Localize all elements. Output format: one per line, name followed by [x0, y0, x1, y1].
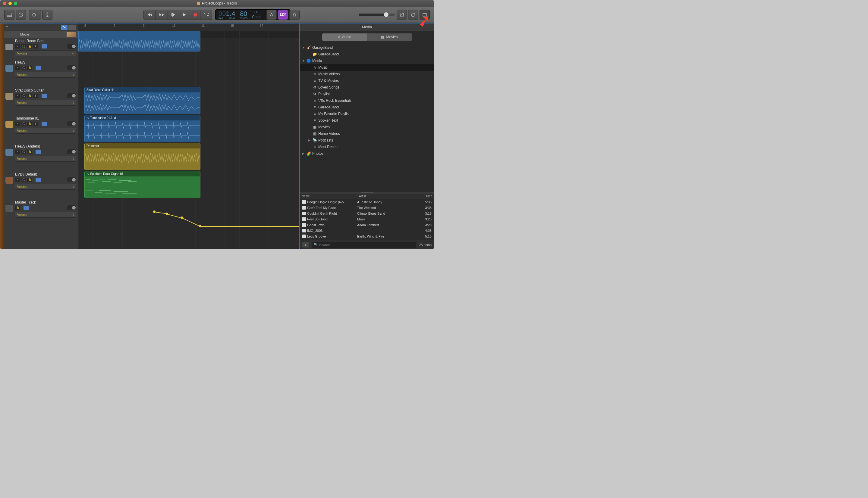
- track-header[interactable]: Heavy (Anders) ✕🎧 🔒 Volume◇: [4, 143, 78, 171]
- automation-parameter-menu[interactable]: Volume◇: [15, 156, 76, 162]
- media-tab-movies[interactable]: ▦Movies: [367, 33, 412, 41]
- track-enable-toggle[interactable]: [67, 149, 76, 154]
- lock-button[interactable]: 🔒: [27, 122, 32, 126]
- track-automation-button[interactable]: [36, 66, 41, 70]
- track-enable-toggle[interactable]: [67, 177, 76, 182]
- region-tambourine[interactable]: ◇Tambourine 01.1⥀: [85, 115, 201, 142]
- lock-button[interactable]: 🔒: [15, 206, 20, 210]
- cycle-button[interactable]: [200, 10, 212, 20]
- media-rows[interactable]: Boogie Oogie Oogie (Re-...A Taste of Hon…: [300, 199, 434, 240]
- track-name[interactable]: Heavy (Anders): [15, 144, 76, 148]
- media-row[interactable]: Ghost TownAdam Lambert3:28: [300, 222, 434, 227]
- media-row[interactable]: Couldn't Get It RightClimax Blues Band3:…: [300, 210, 434, 216]
- track-automation-button[interactable]: [42, 94, 47, 98]
- track-name[interactable]: Bongo Room Beat: [15, 39, 76, 43]
- track-name[interactable]: EVB3 Default: [15, 172, 76, 176]
- media-row[interactable]: Feel So GoodMase3:23: [300, 216, 434, 222]
- solo-button[interactable]: 🎧: [21, 150, 26, 154]
- media-row[interactable]: Boogie Oogie Oogie (Re-...A Taste of Hon…: [300, 199, 434, 205]
- input-monitor-button[interactable]: ⬇: [33, 44, 38, 49]
- automation-parameter-menu[interactable]: Volume◇: [15, 212, 76, 218]
- metronome-button[interactable]: [289, 10, 299, 20]
- automation-parameter-menu[interactable]: Volume◇: [15, 184, 76, 190]
- movie-track-header[interactable]: Movie: [4, 31, 78, 38]
- disclosure-triangle[interactable]: ▼: [302, 46, 305, 49]
- disclosure-triangle[interactable]: ▶: [302, 152, 305, 155]
- solo-button[interactable]: 🎧: [21, 178, 26, 182]
- track-header[interactable]: Bongo Room Beat ✕🎧 🔒 ⬇ Volume◇: [4, 38, 78, 59]
- tree-row[interactable]: ≡Spoken Text: [300, 117, 434, 124]
- tree-row[interactable]: ⚙Playlist: [300, 91, 434, 97]
- tree-row[interactable]: ♫Music: [300, 64, 434, 71]
- tree-row[interactable]: ▼🔵Media: [300, 57, 434, 64]
- track-name[interactable]: Heavy: [15, 60, 76, 64]
- track-enable-toggle[interactable]: [67, 205, 76, 210]
- input-monitor-button[interactable]: ⬇: [33, 94, 38, 98]
- automation-parameter-menu[interactable]: Volume◇: [15, 50, 76, 56]
- tree-row[interactable]: ▦Home Videos: [300, 130, 434, 137]
- track-automation-button[interactable]: [36, 150, 41, 154]
- track-name[interactable]: Tambourine 01: [15, 116, 76, 120]
- tree-row[interactable]: ▦Movies: [300, 124, 434, 130]
- region-strat[interactable]: Strat Disco Guitar⥀: [85, 87, 201, 114]
- loop-browser-button[interactable]: [408, 10, 418, 20]
- track-name[interactable]: Master Track: [15, 200, 76, 205]
- mute-button[interactable]: ✕: [15, 94, 20, 98]
- track-header[interactable]: EVB3 Default ✕🎧 🔒 Volume◇: [4, 171, 78, 199]
- track-enable-toggle[interactable]: [67, 65, 76, 70]
- notepad-button[interactable]: [397, 10, 407, 20]
- window-close[interactable]: [3, 2, 6, 5]
- rewind-button[interactable]: [143, 10, 155, 20]
- media-tab-audio[interactable]: ♫Audio: [322, 33, 367, 41]
- tree-row[interactable]: ≡'70s Rock Essentials: [300, 97, 434, 104]
- tree-row[interactable]: 📁GarageBand: [300, 51, 434, 57]
- tree-row[interactable]: ♫Music Videos: [300, 71, 434, 77]
- automation-toggle[interactable]: [61, 25, 67, 30]
- solo-button[interactable]: 🎧: [21, 94, 26, 98]
- track-header[interactable]: Heavy ✕🎧 🔒 Volume◇: [4, 59, 78, 87]
- tree-row[interactable]: ≡Most Recent: [300, 144, 434, 150]
- mute-button[interactable]: ✕: [15, 150, 20, 154]
- smart-controls-button[interactable]: [29, 10, 41, 20]
- media-preview-play[interactable]: ▶: [302, 242, 309, 248]
- media-row[interactable]: Let's GrooveEarth, Wind & Fire5:15: [300, 233, 434, 239]
- lock-button[interactable]: 🔒: [27, 66, 32, 70]
- media-row[interactable]: IMG_20064:35: [300, 227, 434, 233]
- track-header[interactable]: Master Track 🔒 Volume◇: [4, 199, 78, 227]
- tree-row[interactable]: ▶🌈Photos: [300, 150, 434, 157]
- stop-button[interactable]: [168, 10, 178, 20]
- catch-playhead-button[interactable]: [68, 25, 76, 30]
- region-bongo[interactable]: [78, 31, 201, 52]
- track-automation-button[interactable]: [24, 206, 29, 210]
- track-header[interactable]: Strat Disco Guitar ✕🎧 🔒 ⬇ Volume◇: [4, 87, 78, 115]
- master-volume-slider[interactable]: [359, 14, 395, 16]
- lock-button[interactable]: 🔒: [27, 44, 32, 49]
- lock-button[interactable]: 🔒: [27, 178, 32, 182]
- media-row[interactable]: Can't Feel My FaceThe Weeknd3:33: [300, 205, 434, 210]
- col-time[interactable]: Time: [418, 194, 434, 199]
- mute-button[interactable]: ✕: [15, 122, 20, 126]
- disclosure-triangle[interactable]: ▶: [308, 139, 311, 142]
- disclosure-triangle[interactable]: ▼: [302, 59, 305, 62]
- track-enable-toggle[interactable]: [67, 121, 76, 126]
- mute-button[interactable]: ✕: [15, 66, 20, 70]
- window-minimize[interactable]: [9, 2, 12, 5]
- editor-button[interactable]: [42, 10, 52, 20]
- automation-line[interactable]: [78, 212, 154, 212]
- tree-row[interactable]: ▶📡Podcasts: [300, 137, 434, 144]
- record-button[interactable]: [190, 10, 200, 20]
- solo-button[interactable]: 🎧: [21, 44, 26, 49]
- automation-parameter-menu[interactable]: Volume◇: [15, 72, 76, 78]
- media-search[interactable]: 🔍Search: [312, 242, 416, 248]
- quickhelp-button[interactable]: ?: [16, 10, 26, 20]
- mute-button[interactable]: ✕: [15, 178, 20, 182]
- track-automation-button[interactable]: [36, 178, 41, 182]
- region-drummer[interactable]: Drummer: [85, 143, 201, 170]
- region-organ[interactable]: ◇Southern Rock Organ 01: [85, 171, 201, 198]
- forward-button[interactable]: [155, 10, 168, 20]
- input-monitor-button[interactable]: ⬇: [33, 122, 38, 126]
- track-header[interactable]: Tambourine 01 ✕🎧 🔒 ⬇ Volume◇: [4, 115, 78, 143]
- tree-row[interactable]: ▼🎸GarageBand: [300, 44, 434, 51]
- window-zoom[interactable]: [14, 2, 17, 5]
- automation-parameter-menu[interactable]: Volume◇: [15, 100, 76, 106]
